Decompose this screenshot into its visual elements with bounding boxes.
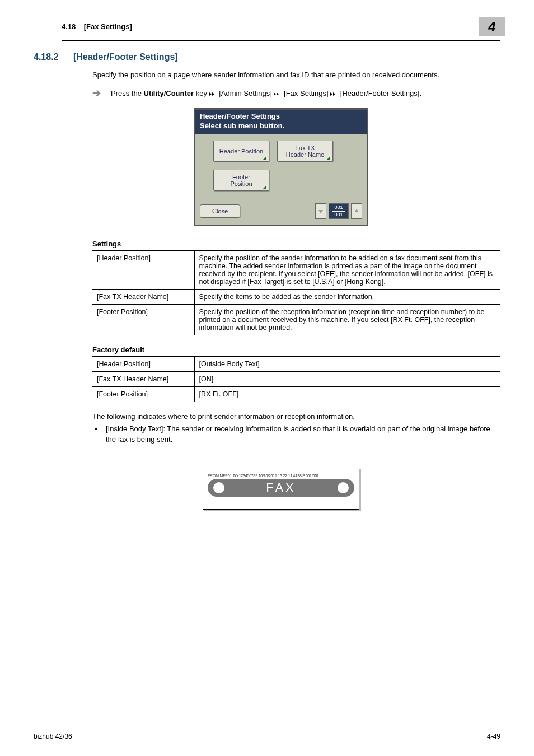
settings-caption: Settings [92,240,500,250]
page-indicator: 001 001 [329,203,349,219]
table-row: [Fax TX Header Name] Specify the items t… [92,290,500,305]
defaults-caption: Factory default [92,346,500,356]
lcd-title: Header/Footer Settings Select sub menu b… [195,110,367,134]
step-path3: [Header/Footer Settings]. [338,89,421,97]
step-path2: [Fax Settings] [282,89,330,97]
arrow-up-icon [354,208,359,214]
pager: 001 001 [315,203,362,219]
default-value: [ON] [194,372,500,387]
arrow-down-icon [318,208,324,214]
breadcrumb-icon [330,92,338,96]
fax-tx-header-name-label: Fax TXHeader Name [286,144,324,158]
step-after-key: key [194,89,209,97]
intro-paragraph: Specify the position on a page where sen… [92,70,500,80]
breadcrumb-icon [274,92,282,96]
page-down-button[interactable] [315,203,326,219]
setting-desc: Specify the items to be added as the sen… [194,290,500,305]
table-row: [Fax TX Header Name] [ON] [92,372,500,387]
lcd-body: Header Position Fax TXHeader Name Footer… [195,134,367,200]
footer-model: bizhub 42/36 [34,732,72,740]
setting-desc: Specify the position of the sender infor… [194,251,500,290]
lcd-title-line1: Header/Footer Settings [200,112,362,122]
step-text: Press the Utility/Counter key [Admin Set… [111,88,421,99]
section-title: [Fax Settings] [84,22,132,31]
close-label: Close [212,208,228,214]
default-name: [Footer Position] [92,387,194,402]
lcd-row: Header Position Fax TXHeader Name [200,141,362,162]
running-header: 4.18 [Fax Settings] 4 [62,17,500,36]
default-value: [RX Ft. OFF] [194,387,500,402]
lcd-footer: Close 001 001 [195,200,367,225]
breadcrumb-icon [209,92,217,96]
default-name: [Header Position] [92,357,194,372]
chapter-number-badge: 4 [479,17,505,36]
subsection-number: 4.18.2 [34,52,58,62]
footer-page-number: 4-49 [487,732,500,740]
fax-header-line: FROM:MFP01 TO:123456789 10/10/2011 13:22… [208,474,354,478]
step-prefix: Press the [111,89,144,97]
setting-name: [Header Position] [92,251,194,290]
running-header-left: 4.18 [Fax Settings] [62,22,132,31]
table-row: [Footer Position] [RX Ft. OFF] [92,387,500,402]
circle-icon [213,482,224,493]
subsection-title: [Header/Footer Settings] [73,52,178,62]
default-name: [Fax TX Header Name] [92,372,194,387]
factory-default-table: Factory default [Header Position] [Outsi… [92,346,500,402]
page-up-button[interactable] [351,203,362,219]
table-row: [Header Position] Specify the position o… [92,251,500,290]
explanatory-paragraph: The following indicates where to print s… [92,412,500,421]
fax-illustration: FROM:MFP01 TO:123456789 10/10/2011 13:22… [203,468,359,510]
setting-name: [Fax TX Header Name] [92,290,194,305]
page-total: 001 [334,212,343,218]
footer-position-label: FooterPosition [230,174,252,187]
default-value: [Outside Body Text] [194,357,500,372]
subsection-heading: 4.18.2 [Header/Footer Settings] [34,52,500,62]
table-row: [Header Position] [Outside Body Text] [92,357,500,372]
setting-name: [Footer Position] [92,305,194,335]
page-footer: bizhub 42/36 4-49 [34,730,500,740]
step-path1: [Admin Settings] [217,89,274,97]
close-button[interactable]: Close [200,204,240,218]
circle-icon [338,482,349,493]
header-rule [62,40,500,41]
fax-body-pill: FAX [208,479,354,497]
lcd-panel: Header/Footer Settings Select sub menu b… [194,108,368,227]
bullet-list: [Inside Body Text]: The sender or receiv… [92,424,500,445]
page-current: 001 [334,205,343,211]
setting-desc: Specify the position of the reception in… [194,305,500,335]
bullet-item: [Inside Body Text]: The sender or receiv… [92,424,500,445]
section-number: 4.18 [62,22,76,31]
table-row: [Footer Position] Specify the position o… [92,305,500,335]
header-position-button[interactable]: Header Position [213,141,269,162]
fax-word: FAX [266,480,296,495]
lcd-row: FooterPosition [200,170,362,191]
step-arrow-icon: ➔ [92,88,101,98]
step-key: Utility/Counter [144,89,194,97]
footer-position-button[interactable]: FooterPosition [213,170,269,191]
settings-table: Settings [Header Position] Specify the p… [92,240,500,335]
fax-tx-header-name-button[interactable]: Fax TXHeader Name [277,141,333,162]
procedure-step: ➔ Press the Utility/Counter key [Admin S… [92,88,500,99]
lcd-title-line2: Select sub menu button. [200,122,362,131]
header-position-label: Header Position [219,148,263,155]
